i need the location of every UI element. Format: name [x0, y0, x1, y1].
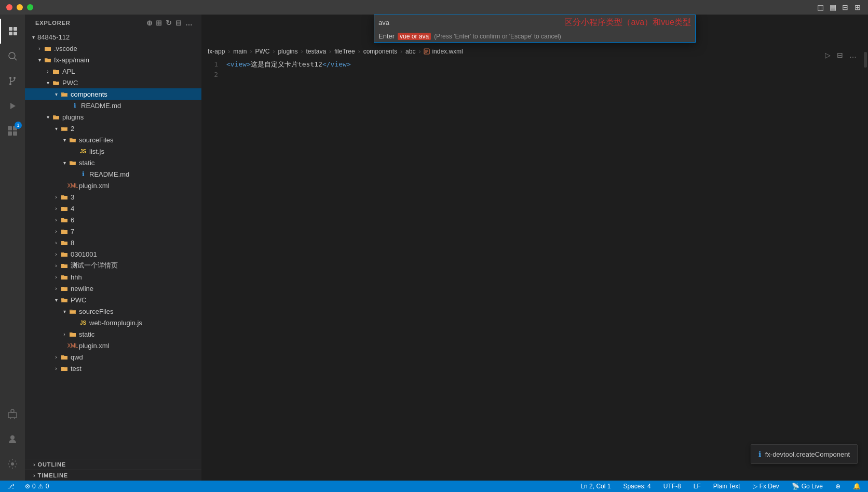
activity-item-scm[interactable]: [0, 69, 25, 94]
statusbar-golive[interactable]: 📡 Go Live: [789, 481, 826, 492]
breadcrumb-item-filetree[interactable]: fileTree: [334, 48, 355, 55]
new-folder-icon[interactable]: ⊞: [156, 19, 162, 27]
tree-item-vscode[interactable]: › .vscode: [25, 43, 201, 54]
arrow-8: ›: [52, 238, 60, 247]
tree-item-8[interactable]: › 8: [25, 237, 201, 248]
split-editor-icon[interactable]: ⊟: [836, 50, 844, 60]
activity-item-search[interactable]: [0, 44, 25, 69]
toggle-sidebar-icon[interactable]: ▥: [816, 3, 824, 11]
tree-item-static-PWC[interactable]: › static: [25, 328, 201, 340]
activity-item-remote[interactable]: [0, 402, 25, 427]
tree-item-fxapp[interactable]: ▾ fx-app/main: [25, 54, 201, 65]
split-editor-icon[interactable]: ⊟: [841, 3, 849, 11]
svg-point-19: [10, 435, 15, 440]
activity-item-extensions[interactable]: 1: [0, 118, 25, 143]
new-file-icon[interactable]: ⊕: [146, 19, 153, 27]
timeline-section[interactable]: › TIMELINE: [25, 470, 201, 481]
breadcrumb-item-testava[interactable]: testava: [306, 48, 326, 55]
tree-item-2[interactable]: ▾ 2: [25, 123, 201, 134]
minimize-button[interactable]: [17, 4, 23, 10]
statusbar-cursor[interactable]: Ln 2, Col 1: [577, 481, 614, 492]
breadcrumb-item-fxapp[interactable]: fx-app: [208, 48, 225, 55]
breadcrumb-item-index[interactable]: index.wxml: [424, 48, 463, 55]
maximize-button[interactable]: [27, 4, 33, 10]
tree-item-sourcefiles-PWC[interactable]: ▾ sourceFiles: [25, 305, 201, 317]
statusbar-left: ⎇ ⊗ 0 ⚠ 0: [4, 481, 52, 492]
collapse-all-icon[interactable]: ⊟: [175, 19, 182, 27]
activity-item-account[interactable]: [0, 427, 25, 451]
tree-item-web-formplugin[interactable]: › JS web-formplugin.js: [25, 317, 201, 328]
tree-item-readme-2[interactable]: › ℹ README.md: [25, 168, 201, 180]
tree-item-7[interactable]: › 7: [25, 225, 201, 237]
tree-item-static-2[interactable]: ▾ static: [25, 157, 201, 168]
folder-open-icon-sourcefiles-PWC: [69, 307, 77, 315]
tree-item-3[interactable]: › 3: [25, 191, 201, 203]
toggle-panel-icon[interactable]: ▤: [829, 3, 837, 11]
tree-item-components[interactable]: ▾ components: [25, 88, 201, 100]
statusbar-branch[interactable]: ⎇: [4, 481, 18, 492]
activity-item-explorer[interactable]: [0, 19, 25, 44]
titlebar: ▥ ▤ ⊟ ⊞: [0, 0, 868, 15]
tree-item-6[interactable]: › 6: [25, 214, 201, 225]
layout-icon[interactable]: ⊞: [853, 3, 862, 11]
tree-item-sourcefiles-2[interactable]: ▾ sourceFiles: [25, 134, 201, 145]
breadcrumb-item-components[interactable]: components: [363, 48, 397, 55]
outline-section[interactable]: › OUTLINE: [25, 459, 201, 470]
tree-item-qwd[interactable]: › qwd: [25, 351, 201, 363]
statusbar-eol[interactable]: LF: [690, 481, 704, 492]
tree-item-test[interactable]: › test: [25, 363, 201, 374]
statusbar-run[interactable]: ▷ Fx Dev: [750, 481, 782, 492]
tree-item-PWC[interactable]: ▾ PWC: [25, 77, 201, 88]
activity-item-settings[interactable]: [0, 451, 25, 476]
notification-text: fx-devtool.createComponent: [765, 450, 850, 458]
tree-item-newline[interactable]: › newline: [25, 283, 201, 294]
statusbar-errors[interactable]: ⊗ 0 ⚠ 0: [22, 481, 52, 492]
tree-item-PWC2[interactable]: ▾ PWC: [25, 294, 201, 305]
tree-item-plugins[interactable]: ▾ plugins: [25, 111, 201, 123]
refresh-icon[interactable]: ↻: [166, 19, 172, 27]
more-actions-icon[interactable]: …: [185, 19, 193, 27]
tag-open: <view>: [226, 60, 251, 68]
tree-item-0301001[interactable]: › 0301001: [25, 248, 201, 260]
tree-item-readme-components[interactable]: › ℹ README.md: [25, 100, 201, 111]
statusbar-spaces[interactable]: Spaces: 4: [620, 481, 654, 492]
svg-point-8: [9, 83, 11, 85]
tree-item-listjs[interactable]: › JS list.js: [25, 145, 201, 157]
activity-item-run[interactable]: [0, 94, 25, 118]
close-button[interactable]: [6, 4, 12, 10]
tree-item-pluginxml-2[interactable]: › XML plugin.xml: [25, 180, 201, 191]
more-options-icon[interactable]: …: [848, 50, 858, 60]
line-number-1: 1: [201, 59, 218, 70]
window-controls[interactable]: [6, 4, 33, 10]
arrow-test: ›: [52, 364, 60, 373]
command-input-field[interactable]: [378, 19, 560, 26]
tree-item-hhh[interactable]: › hhh: [25, 271, 201, 283]
tree-item-pluginxml-PWC[interactable]: › XML plugin.xml: [25, 340, 201, 351]
statusbar-right: Ln 2, Col 1 Spaces: 4 UTF-8 LF Plain Tex…: [577, 481, 864, 492]
arrow-vscode: ›: [35, 44, 44, 52]
breadcrumb-item-abc[interactable]: abc: [405, 48, 415, 55]
statusbar-encoding[interactable]: UTF-8: [660, 481, 684, 492]
breadcrumb-item-main[interactable]: main: [233, 48, 247, 55]
md-icon: ℹ: [71, 101, 79, 110]
folder-open-icon-sourcefiles-2: [69, 136, 77, 144]
tree-root[interactable]: ▾ 84845-112: [25, 31, 201, 43]
folder-icon-4: [60, 204, 69, 212]
item-label-newline: newline: [71, 285, 93, 292]
run-code-icon[interactable]: ▷: [824, 50, 832, 60]
code-editor[interactable]: <view>这是自定义卡片test12</view>: [222, 57, 868, 481]
tree-item-test-detail[interactable]: › 测试一个详情页: [25, 260, 201, 271]
statusbar-language[interactable]: Plain Text: [710, 481, 743, 492]
arrow-hhh: ›: [52, 273, 60, 281]
enter-prefix: Enter: [378, 32, 395, 40]
breadcrumb-item-PWC[interactable]: PWC: [255, 48, 269, 55]
tree-item-APL[interactable]: › APL: [25, 65, 201, 77]
command-hint: (Press 'Enter' to confirm or 'Escape' to…: [434, 33, 561, 40]
folder-icon-7: [60, 227, 69, 235]
statusbar-feedback[interactable]: 🔔: [850, 481, 864, 492]
item-label-2: 2: [71, 125, 74, 132]
titlebar-icons[interactable]: ▥ ▤ ⊟ ⊞: [816, 3, 862, 11]
statusbar-broadcast[interactable]: ⊕: [832, 481, 844, 492]
breadcrumb-item-plugins[interactable]: plugins: [278, 48, 297, 55]
tree-item-4[interactable]: › 4: [25, 203, 201, 214]
